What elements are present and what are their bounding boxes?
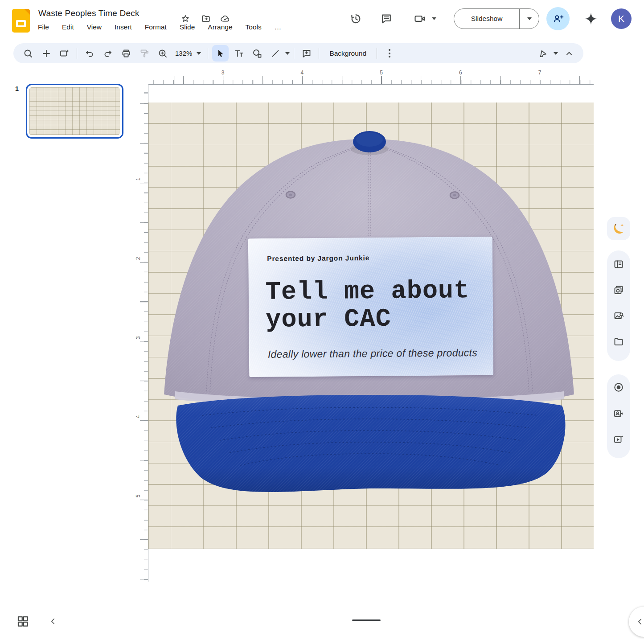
toolbar: 132% Background (13, 43, 583, 63)
zoom-button[interactable] (154, 45, 171, 62)
undo-button[interactable] (81, 45, 98, 62)
ruler-top-label: 5 (380, 70, 383, 76)
cursor-icon (215, 48, 226, 59)
collapse-toolbar-button[interactable] (561, 45, 577, 62)
gemini-sparkle-icon[interactable] (584, 12, 598, 25)
image-search-icon[interactable] (613, 311, 624, 321)
side-panel-toggle-button[interactable] (629, 607, 644, 637)
menu-item[interactable]: Format (144, 22, 167, 32)
banana-ai-button[interactable] (607, 217, 630, 240)
notes-drag-handle[interactable] (352, 619, 381, 621)
slide-canvas[interactable]: Presented by Jargon Junkie Tell me about… (148, 103, 594, 549)
more-options-button[interactable] (381, 45, 398, 62)
ruler-top-label: 4 (300, 70, 304, 76)
meet-camera-icon[interactable] (414, 12, 426, 25)
share-button[interactable] (546, 7, 570, 30)
pen-select-button[interactable] (534, 45, 551, 62)
text-tool-icon (234, 48, 244, 59)
cap-button-highlight (356, 132, 383, 147)
patch-kicker-text: Presented by Jargon Junkie (267, 254, 369, 263)
menu-item[interactable]: Arrange (207, 22, 233, 32)
vertical-dots-icon (389, 49, 390, 57)
paint-roller-icon (139, 48, 150, 59)
print-button[interactable] (118, 45, 134, 62)
menu-item[interactable]: File (37, 22, 49, 32)
toolbar-divider (294, 48, 294, 59)
grid-view-button[interactable] (16, 615, 29, 628)
search-menus-button[interactable] (20, 45, 36, 62)
menu-item[interactable]: Tools (245, 22, 262, 32)
slides-logo[interactable] (12, 9, 30, 33)
ruler-horizontal: 34567 (148, 67, 594, 84)
paint-format-button[interactable] (136, 45, 152, 62)
version-history-icon[interactable] (349, 12, 362, 25)
ruler-left-label: 1 (135, 178, 141, 181)
toolbar-divider (77, 48, 77, 59)
menu-item[interactable]: Slide (179, 22, 195, 32)
collapse-filmstrip-button[interactable] (48, 616, 58, 626)
toolbar-divider (319, 48, 319, 59)
zoom-select[interactable]: 132% (172, 49, 204, 57)
menu-item[interactable]: … (274, 22, 282, 32)
menu-item[interactable]: Insert (114, 22, 132, 32)
document-title[interactable]: Waste Peoples Time Deck (38, 8, 139, 18)
slide-thumbnail-preview (29, 87, 120, 135)
templates-icon[interactable] (613, 259, 624, 270)
new-slide-templates-button[interactable] (56, 45, 73, 62)
search-icon (23, 48, 33, 59)
slideshow-dropdown[interactable] (520, 17, 539, 20)
banana-sparkle-icon (612, 222, 625, 235)
chevron-left-icon (635, 617, 644, 627)
ruler-top-label: 7 (538, 70, 541, 76)
record-icon[interactable] (613, 381, 624, 393)
menu-bar: FileEditViewInsertFormatSlideArrangeTool… (37, 22, 282, 32)
select-tool-button[interactable] (212, 45, 229, 62)
photo-stack-icon[interactable] (613, 285, 624, 295)
ruler-left-label: 4 (135, 415, 141, 418)
line-tool-button[interactable] (267, 45, 283, 62)
ruler-left-label: 2 (135, 257, 141, 260)
pointer-icon (537, 48, 548, 59)
ruler-left-label: 3 (135, 336, 141, 339)
line-tool-caret[interactable] (285, 52, 290, 55)
video-sparkle-icon[interactable] (613, 434, 624, 445)
cap-front-patch[interactable]: Presented by Jargon Junkie Tell me about… (248, 237, 493, 377)
menu-item[interactable]: View (86, 22, 102, 32)
camera-dropdown-caret[interactable] (432, 17, 436, 20)
slideshow-split-button[interactable]: Slideshow (454, 8, 539, 29)
account-avatar[interactable]: K (611, 8, 632, 29)
pen-select-caret[interactable] (554, 52, 558, 55)
side-rail-media (607, 374, 630, 458)
slide-sparkle-icon (59, 48, 70, 59)
slide-thumbnail[interactable] (26, 84, 123, 139)
text-box-tool-button[interactable] (230, 45, 247, 62)
zoom-caret (197, 52, 201, 55)
comments-icon[interactable] (380, 12, 393, 25)
shape-tool-button[interactable] (249, 45, 265, 62)
background-button[interactable]: Background (323, 49, 373, 57)
zoom-in-icon (157, 48, 168, 59)
new-slide-button[interactable] (38, 45, 54, 62)
ruler-vertical: 12345 (134, 85, 148, 582)
line-icon (270, 48, 281, 59)
logo-fold (24, 9, 30, 15)
folder-icon[interactable] (613, 336, 624, 347)
ruler-horizontal-edge (148, 84, 594, 85)
chevron-up-icon (564, 48, 574, 59)
side-rail-tools (607, 250, 630, 361)
toolbar-divider (377, 48, 377, 59)
ruler-top-label: 3 (222, 70, 225, 76)
logo-rect (16, 20, 26, 27)
plus-icon (41, 48, 52, 59)
slideshow-button[interactable]: Slideshow (454, 15, 519, 23)
zoom-value: 132% (175, 49, 192, 57)
toolbar-divider (208, 48, 208, 59)
person-add-icon (552, 13, 564, 25)
insert-comment-button[interactable] (298, 45, 315, 62)
redo-icon (103, 48, 113, 59)
menu-item[interactable]: Edit (62, 22, 74, 32)
print-icon (121, 48, 131, 59)
redo-button[interactable] (99, 45, 116, 62)
ruler-left-label: 5 (135, 495, 141, 498)
camera-person-icon[interactable] (613, 408, 624, 419)
